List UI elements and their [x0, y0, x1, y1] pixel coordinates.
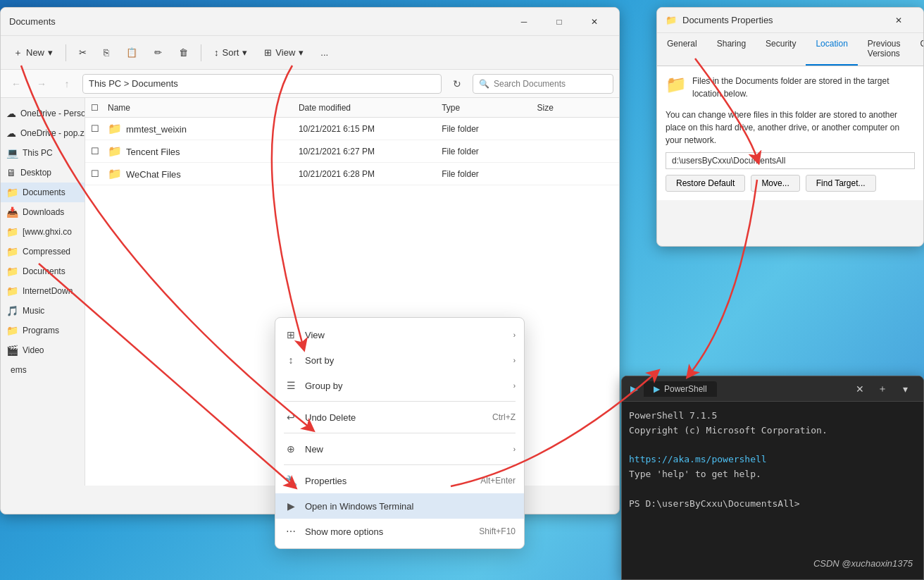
pc-icon: 💻	[6, 147, 18, 159]
table-row[interactable]: ☐ 📁Tencent Files 10/21/2021 6:27 PM File…	[85, 140, 619, 163]
header-size[interactable]: Size	[537, 103, 613, 113]
find-target-button[interactable]: Find Target...	[806, 175, 876, 192]
ps-content: PowerShell 7.1.5 Copyright (c) Microsoft…	[622, 402, 923, 579]
props-info-box: 📁 Files in the Documents folder are stor…	[666, 75, 915, 100]
group-ctx-icon: ☰	[284, 378, 298, 393]
sidebar-item-desktop[interactable]: 🖥 Desktop	[1, 163, 85, 183]
header-name[interactable]: Name	[108, 103, 299, 113]
delete-button[interactable]: 🗑	[172, 40, 195, 66]
ctx-undo-delete[interactable]: ↩ Undo Delete Ctrl+Z	[275, 405, 524, 430]
tab-general[interactable]: General	[657, 33, 707, 66]
refresh-button[interactable]: ↻	[447, 74, 467, 94]
more-button[interactable]: ...	[313, 40, 335, 66]
file-date: 10/21/2021 6:15 PM	[299, 124, 442, 134]
ps-line2: Copyright (c) Microsoft Corporation.	[629, 424, 916, 438]
sidebar-label: [www.ghxi.co	[23, 227, 72, 237]
sidebar-item-docs2[interactable]: 📁 Documents	[1, 261, 85, 281]
props-path-value: d:\usersByCxxu\DocumentsAll	[672, 156, 785, 166]
ctx-group-arrow: ›	[513, 382, 516, 390]
paste-button[interactable]: 📋	[119, 40, 144, 66]
ps-icon: ▶	[630, 383, 638, 395]
ps-line5: Type 'help' to get help.	[629, 467, 916, 482]
row-checkbox[interactable]: ☐	[91, 146, 108, 156]
up-button[interactable]: ↑	[57, 74, 77, 94]
sidebar-item-internetdown[interactable]: 📁 InternetDown	[1, 281, 85, 301]
ps-close-tab-button[interactable]: ✕	[850, 381, 870, 397]
new-ctx-icon: ⊕	[284, 442, 298, 456]
ctx-view[interactable]: ⊞ View ›	[275, 322, 524, 347]
tab-location[interactable]: Location	[806, 33, 857, 66]
file-name: 📁mmtest_weixin	[108, 122, 299, 135]
header-date[interactable]: Date modified	[299, 103, 442, 113]
tab-security[interactable]: Security	[756, 33, 806, 66]
props-folder-big-icon: 📁	[666, 75, 687, 94]
table-row[interactable]: ☐ 📁WeChat Files 10/21/2021 6:28 PM File …	[85, 163, 619, 185]
sidebar-item-ems[interactable]: ems	[1, 360, 85, 380]
ps-dropdown-button[interactable]: ▾	[895, 381, 915, 397]
move-button[interactable]: Move...	[751, 175, 799, 192]
cut-button[interactable]: ✂	[72, 40, 94, 66]
ctx-properties-label: Properties	[305, 476, 473, 486]
sidebar-item-onedrive2[interactable]: ☁ OneDrive - pop.z	[1, 123, 85, 143]
sidebar-item-video[interactable]: 🎬 Video	[1, 340, 85, 360]
sidebar-item-music[interactable]: 🎵 Music	[1, 301, 85, 321]
ps-new-tab-button[interactable]: ＋	[873, 381, 892, 397]
header-type[interactable]: Type	[442, 103, 537, 113]
ps-tab-icon: ▶	[654, 384, 660, 394]
folder-icon-2: 📁	[6, 226, 18, 237]
sort-button[interactable]: ↕ Sort ▾	[207, 40, 254, 66]
sidebar-item-thispc[interactable]: 💻 This PC	[1, 143, 85, 163]
props-close-button[interactable]: ✕	[882, 9, 915, 32]
ctx-group-by[interactable]: ☰ Group by ›	[275, 373, 524, 398]
cloud-icon: ☁	[6, 108, 16, 119]
ps-line3	[629, 438, 916, 453]
ctx-new[interactable]: ⊕ New ›	[275, 436, 524, 462]
sidebar-label: Desktop	[20, 168, 51, 178]
properties-ctx-icon: 🔧	[284, 474, 298, 488]
props-content: 📁 Files in the Documents folder are stor…	[657, 66, 923, 200]
sidebar-label: OneDrive - pop.z	[20, 128, 85, 138]
maximize-button[interactable]: □	[543, 11, 575, 33]
header-checkbox[interactable]: ☐	[91, 103, 108, 113]
forward-button[interactable]: →	[32, 74, 51, 94]
address-box[interactable]: This PC > Documents	[82, 74, 442, 94]
props-buttons: Restore Default Move... Find Target...	[666, 175, 915, 192]
new-button[interactable]: ＋ New ▾	[6, 40, 60, 66]
music-icon: 🎵	[6, 305, 18, 316]
ctx-new-label: New	[305, 444, 506, 455]
ctx-sort-by[interactable]: ↕ Sort by ›	[275, 347, 524, 373]
sidebar-item-ghxi[interactable]: 📁 [www.ghxi.co	[1, 222, 85, 242]
row-checkbox[interactable]: ☐	[91, 123, 108, 134]
search-placeholder: Search Documents	[494, 79, 566, 89]
back-button[interactable]: ←	[6, 74, 26, 94]
tab-sharing[interactable]: Sharing	[707, 33, 756, 66]
close-button[interactable]: ✕	[578, 11, 611, 33]
folder-icon-3: 📁	[6, 246, 18, 257]
sidebar-item-onedrive1[interactable]: ☁ OneDrive - Perso	[1, 104, 85, 123]
sidebar-label: Programs	[23, 326, 59, 335]
restore-default-button[interactable]: Restore Default	[666, 175, 745, 192]
sort-arrow: ▾	[242, 47, 247, 58]
view-button[interactable]: ⊞ View ▾	[257, 40, 311, 66]
ctx-open-terminal[interactable]: ▶ Open in Windows Terminal	[275, 493, 524, 519]
ctx-undo-label: Undo Delete	[305, 412, 485, 423]
ctx-properties[interactable]: 🔧 Properties Alt+Enter	[275, 468, 524, 493]
row-checkbox[interactable]: ☐	[91, 168, 108, 179]
sidebar-item-documents[interactable]: 📁 Documents	[1, 183, 85, 202]
ps-tab[interactable]: ▶ PowerShell	[644, 381, 717, 397]
sidebar-item-compressed[interactable]: 📁 Compressed	[1, 242, 85, 261]
ctx-more-options[interactable]: ⋯ Show more options Shift+F10	[275, 519, 524, 544]
ctx-group-label: Group by	[305, 381, 506, 391]
tab-previous-versions[interactable]: Previous Versions	[858, 33, 911, 66]
search-box[interactable]: 🔍 Search Documents	[473, 74, 613, 94]
rename-button[interactable]: ✏	[147, 40, 169, 66]
minimize-button[interactable]: ─	[508, 11, 540, 33]
ps-titlebar: ▶ ▶ PowerShell ✕ ＋ ▾	[622, 376, 923, 402]
file-date: 10/21/2021 6:28 PM	[299, 169, 442, 179]
sidebar-item-programs[interactable]: 📁 Programs	[1, 321, 85, 340]
tab-customize[interactable]: Customize	[911, 33, 925, 66]
copy-button[interactable]: ⎘	[96, 40, 116, 66]
folder-icon-5: 📁	[6, 285, 18, 297]
table-row[interactable]: ☐ 📁mmtest_weixin 10/21/2021 6:15 PM File…	[85, 118, 619, 140]
sidebar-item-downloads[interactable]: 📥 Downloads	[1, 202, 85, 222]
